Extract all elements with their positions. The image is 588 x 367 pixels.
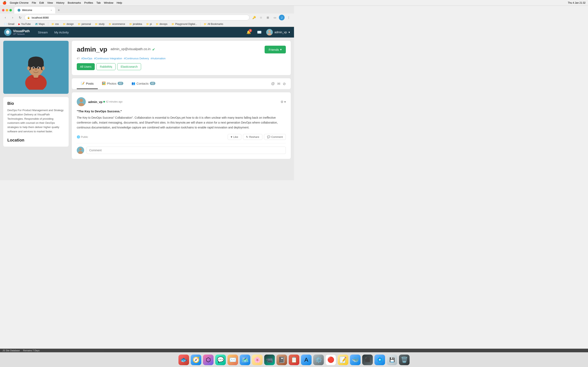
gmail-icon: ✉️	[4, 23, 7, 25]
comment-row	[77, 143, 286, 154]
bookmark-design[interactable]: design	[61, 22, 75, 26]
gear-icon: ⚙	[281, 100, 283, 104]
logo-text: VisualPath VP° Network	[13, 29, 30, 35]
avatar-illustration	[17, 45, 54, 90]
menubar-view[interactable]: View	[47, 1, 53, 4]
menubar-window[interactable]: Window	[104, 1, 113, 4]
traffic-light-close[interactable]	[2, 9, 4, 11]
user-profile-icon[interactable]: J	[279, 15, 285, 20]
url-text[interactable]: localhost:8080	[32, 16, 49, 19]
filter-elasticsearch[interactable]: Elasticsearch	[117, 63, 141, 70]
profile-photo-card	[3, 41, 69, 94]
bookmark-icon[interactable]: ☆	[258, 15, 264, 20]
my-activity-nav-link[interactable]: My Activity	[51, 27, 72, 38]
maps-icon: 🗺️	[35, 23, 38, 25]
profile-email: admin_vp@visualpath.co.in	[111, 47, 150, 51]
toolbar-right: 🔑 ☆ ⊞ ▭ J ⋮	[251, 15, 292, 20]
tag-icon: 🏷	[77, 57, 80, 60]
bookmark-css[interactable]: css	[50, 22, 61, 26]
svg-rect-11	[32, 66, 35, 67]
reshare-button[interactable]: ↻ Reshare	[243, 134, 262, 140]
traffic-light-fullscreen[interactable]	[9, 9, 12, 11]
address-bar[interactable]: 🔒 localhost:8080	[25, 15, 250, 20]
friends-button[interactable]: Friends ▾	[265, 46, 286, 53]
menubar-chrome[interactable]: Google Chrome	[10, 1, 29, 4]
bookmark-pi[interactable]: pi	[145, 22, 153, 26]
notifications-button[interactable]: 🔔 2	[245, 29, 252, 36]
new-tab-button[interactable]: +	[56, 7, 62, 13]
message-icon[interactable]: ✉	[277, 82, 280, 86]
block-icon[interactable]: ⊘	[283, 82, 286, 86]
browser-toolbar: ‹ › ↻ 🔒 localhost:8080 🔑 ☆ ⊞ ▭ J ⋮	[0, 13, 294, 22]
comment-button[interactable]: 💬 Comment	[264, 134, 286, 140]
friends-button-label: Friends	[269, 48, 279, 51]
user-menu-chevron: ▾	[288, 31, 290, 34]
like-button[interactable]: ♥ Like	[228, 134, 241, 140]
globe-icon: 🌐	[77, 135, 80, 138]
mail-button[interactable]: ✉️	[256, 29, 263, 36]
bookmark-all[interactable]: All Bookmarks	[202, 22, 225, 26]
tab-photos[interactable]: 🖼️ Photos 42	[98, 78, 127, 89]
comment-input[interactable]	[86, 147, 286, 154]
back-button[interactable]: ‹	[2, 15, 8, 20]
bookmark-personal[interactable]: personal	[76, 22, 93, 26]
app-logo[interactable]: VisualPath VP° Network	[4, 29, 30, 36]
filter-all-users[interactable]: All Users	[77, 63, 95, 70]
profile-photo	[3, 41, 69, 94]
svg-point-17	[33, 67, 34, 68]
tag-cd[interactable]: #Continuous Delivery	[124, 57, 149, 60]
bookmark-study[interactable]: study	[93, 22, 106, 26]
split-view-icon[interactable]: ▭	[272, 15, 278, 20]
app-navigation: VisualPath VP° Network Stream My Activit…	[0, 27, 294, 38]
post-settings-button[interactable]: ⚙ ▾	[281, 100, 286, 104]
menubar-profiles[interactable]: Profiles	[84, 1, 93, 4]
active-browser-tab[interactable]: Welcome ×	[14, 7, 55, 13]
folder-icon	[78, 23, 81, 25]
tab-title: Welcome	[22, 9, 32, 12]
menubar-bookmarks[interactable]: Bookmarks	[68, 1, 81, 4]
user-menu[interactable]: admin_vp ▾	[266, 29, 290, 35]
bookmark-youtube[interactable]: ▶ YouTube	[17, 22, 32, 26]
nav-right: 🔔 2 ✉️ admin_vp ▾	[245, 29, 290, 36]
apple-menu[interactable]: 🍎	[2, 1, 7, 5]
tab-contacts[interactable]: 👥 Contacts 42	[127, 78, 160, 89]
filter-rabbitmq[interactable]: RabbitMq	[96, 63, 116, 70]
bookmark-devops[interactable]: devops	[154, 22, 169, 26]
forward-button[interactable]: ›	[10, 15, 16, 20]
bookmark-playground-label: Playground Digital...	[175, 23, 197, 25]
customize-chrome-icon[interactable]: ⊞	[265, 15, 271, 20]
filter-buttons: All Users RabbitMq Elasticsearch	[77, 63, 286, 70]
tab-posts[interactable]: 📝 Posts	[77, 78, 98, 89]
bookmark-gmail[interactable]: ✉️ Gmail	[2, 22, 16, 26]
folder-icon	[172, 23, 174, 25]
posts-tab-label: Posts	[86, 82, 94, 85]
post-card: admin_vp 42 minutes ago ⚙ ▾ "The Key to …	[72, 92, 291, 159]
stream-nav-link[interactable]: Stream	[35, 27, 51, 38]
mention-icon[interactable]: @	[271, 82, 275, 86]
tab-close-button[interactable]: ×	[51, 9, 52, 11]
reshare-icon: ↻	[246, 135, 248, 138]
traffic-lights	[2, 9, 12, 11]
post-content: The Key to DevOps Success" Collaboration…	[77, 115, 286, 130]
tag-devops[interactable]: #DevOps	[81, 57, 92, 60]
traffic-light-minimize[interactable]	[6, 9, 8, 11]
tag-ci[interactable]: #Continuous Integration	[94, 57, 122, 60]
bookmark-ecommerce[interactable]: ecommerce	[107, 22, 127, 26]
menubar-history[interactable]: History	[56, 1, 64, 4]
post-footer: 🌐 Public ♥ Like ↻ Reshare 💬 Comment	[77, 134, 286, 140]
tag-automation[interactable]: #Automation	[151, 57, 165, 60]
menubar-tab[interactable]: Tab	[96, 1, 101, 4]
chrome-menu-icon[interactable]: ⋮	[286, 15, 292, 20]
bookmark-all-label: All Bookmarks	[208, 23, 223, 25]
menubar-file[interactable]: File	[32, 1, 36, 4]
post-time: 42 minutes ago	[106, 100, 122, 103]
lock-icon: 🔒	[27, 16, 30, 19]
reload-button[interactable]: ↻	[17, 15, 23, 20]
menubar-edit[interactable]: Edit	[39, 1, 44, 4]
menubar-help[interactable]: Help	[117, 1, 122, 4]
folder-icon	[146, 23, 149, 25]
bookmark-jeralidea[interactable]: jeralidea	[128, 22, 144, 26]
extensions-icon[interactable]: 🔑	[251, 15, 257, 20]
bookmark-maps[interactable]: 🗺️ Maps	[33, 22, 46, 26]
bookmark-playground[interactable]: Playground Digital...	[170, 22, 199, 26]
